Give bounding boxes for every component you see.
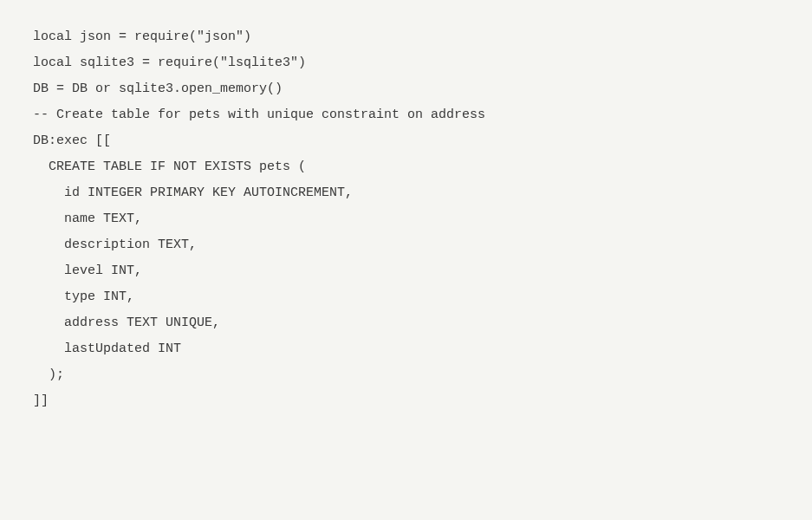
code-line: local sqlite3 = require("lsqlite3") — [33, 50, 779, 76]
code-line: description TEXT, — [33, 232, 779, 258]
code-line: type INT, — [33, 284, 779, 310]
code-line: CREATE TABLE IF NOT EXISTS pets ( — [33, 154, 779, 180]
code-line: DB:exec [[ — [33, 128, 779, 154]
code-line: ); — [33, 362, 779, 388]
code-line: -- Create table for pets with unique con… — [33, 102, 779, 128]
code-line: ]] — [33, 388, 779, 414]
code-line: local json = require("json") — [33, 24, 779, 50]
code-block: local json = require("json")local sqlite… — [33, 24, 779, 414]
code-line: lastUpdated INT — [33, 336, 779, 362]
code-line: level INT, — [33, 258, 779, 284]
code-line: address TEXT UNIQUE, — [33, 310, 779, 336]
code-line: name TEXT, — [33, 206, 779, 232]
code-line: DB = DB or sqlite3.open_memory() — [33, 76, 779, 102]
code-line: id INTEGER PRIMARY KEY AUTOINCREMENT, — [33, 180, 779, 206]
